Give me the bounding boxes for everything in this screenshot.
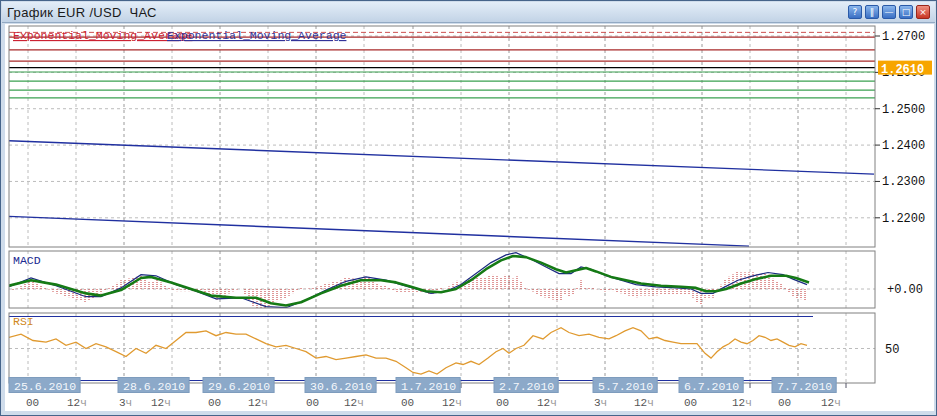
rsi-panel[interactable] [9, 313, 875, 383]
close-button[interactable]: × [916, 5, 930, 19]
time-label: 12ч [732, 397, 752, 409]
price-label: 1.2200 [882, 212, 925, 226]
time-label: 12ч [67, 397, 87, 409]
time-label: 12ч [248, 397, 268, 409]
close-icon: × [919, 7, 927, 17]
pause-button[interactable]: ‖ [865, 5, 879, 19]
date-label: 30.6.2010 [310, 380, 372, 393]
date-label: 2.7.2010 [499, 380, 554, 393]
date-label: 29.6.2010 [208, 380, 270, 393]
price-label: 1.2400 [882, 139, 925, 153]
macd-panel[interactable] [9, 251, 875, 310]
time-label: 12ч [344, 397, 364, 409]
time-label: 00 [778, 397, 791, 409]
window-buttons: ?‖—□× [848, 5, 930, 19]
current-price-value: 1.2610 [881, 63, 924, 77]
date-label: 5.7.2010 [598, 380, 653, 393]
time-label: 00 [401, 397, 414, 409]
date-label: 6.7.2010 [684, 380, 739, 393]
date-label: 25.6.2010 [14, 380, 76, 393]
maximize-icon: □ [902, 7, 911, 17]
time-label: 12ч [537, 397, 557, 409]
price-label: 1.2500 [882, 103, 925, 117]
macd-zero-label: +0.00 [887, 283, 923, 297]
window-title: График EUR /USD ЧАС [7, 5, 157, 20]
macd-label: MACD [13, 254, 41, 267]
time-label: 3ч [119, 397, 132, 409]
date-label: 7.7.2010 [777, 380, 832, 393]
maximize-button[interactable]: □ [899, 5, 913, 19]
current-price-tag: 1.2610 [878, 61, 932, 77]
minimize-icon: — [885, 7, 894, 17]
time-label: 00 [684, 397, 697, 409]
time-label: 00 [496, 397, 509, 409]
titlebar[interactable]: График EUR /USD ЧАС ?‖—□× [2, 2, 935, 23]
rsi-label: RSI [13, 315, 34, 328]
chart-canvas[interactable]: Exponential_Moving_AverageExponential_Mo… [1, 1, 937, 416]
ema-legend-slow[interactable]: Exponential_Moving_Average [167, 29, 347, 42]
date-label: 28.6.2010 [123, 380, 185, 393]
time-label: 3ч [594, 397, 607, 409]
ema-legend-fast[interactable]: Exponential_Moving_Average [13, 29, 193, 42]
time-label: 12ч [821, 397, 841, 409]
time-label: 00 [208, 397, 221, 409]
price-label: 1.2700 [882, 30, 925, 44]
time-label: 12ч [151, 397, 171, 409]
chart-window: Exponential_Moving_AverageExponential_Mo… [0, 0, 937, 416]
help-icon: ? [853, 7, 858, 17]
minimize-button[interactable]: — [882, 5, 896, 19]
price-label: 1.2300 [882, 175, 925, 189]
time-label: 12ч [634, 397, 654, 409]
time-label: 12ч [442, 397, 462, 409]
time-label: 00 [306, 397, 319, 409]
date-label: 1.7.2010 [401, 380, 456, 393]
rsi-50-label: 50 [885, 343, 899, 357]
pause-icon: ‖ [870, 7, 875, 17]
time-label: 00 [26, 397, 39, 409]
help-button[interactable]: ? [848, 5, 862, 19]
